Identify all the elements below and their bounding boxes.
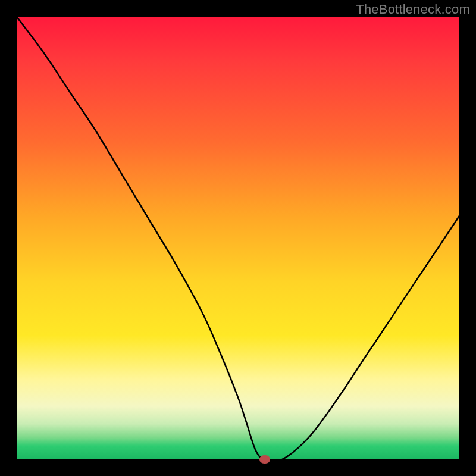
curve-svg xyxy=(17,17,459,459)
plot-area xyxy=(17,17,459,459)
bottleneck-curve-path xyxy=(17,17,459,459)
chart-frame: TheBottleneck.com xyxy=(0,0,476,476)
optimum-marker xyxy=(259,455,270,464)
attribution-text: TheBottleneck.com xyxy=(356,2,470,17)
